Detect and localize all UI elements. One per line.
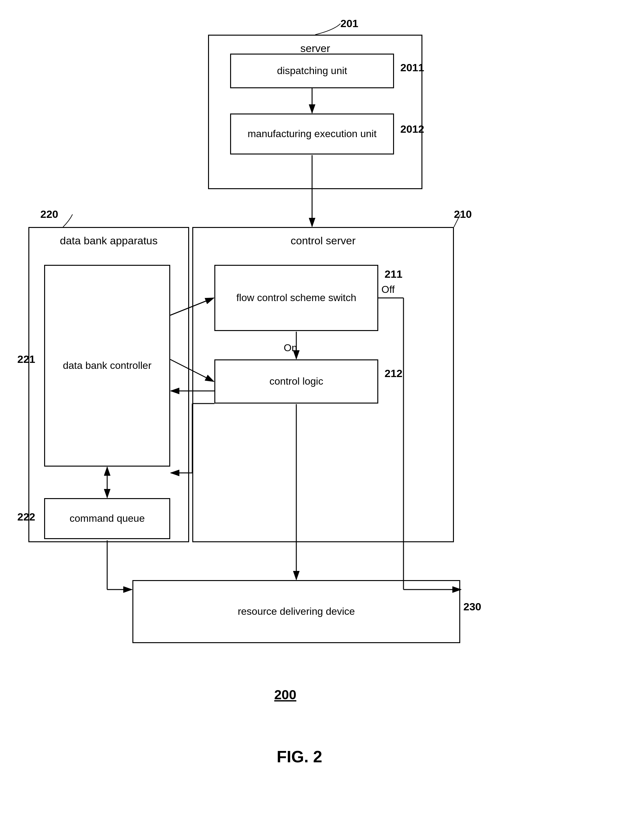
- command-queue-box: command queue: [44, 498, 170, 539]
- control-server-label: control server: [291, 234, 356, 247]
- ref-201: 201: [340, 17, 359, 30]
- ref-200: 200: [274, 687, 296, 702]
- flow-control-scheme-switch-label: flow control scheme switch: [236, 291, 357, 305]
- ref-222: 222: [17, 511, 35, 523]
- resource-delivering-device-box: resource delivering device: [132, 580, 460, 643]
- ref-2012: 2012: [400, 123, 424, 135]
- ref-210: 210: [454, 208, 472, 221]
- ref-211: 211: [385, 268, 403, 280]
- diagram-container: 201 server dispatching unit 2011 manufac…: [0, 0, 644, 820]
- ref-212: 212: [385, 367, 403, 380]
- ref-2011: 2011: [400, 61, 424, 74]
- data-bank-apparatus-label: data bank apparatus: [60, 234, 158, 247]
- off-label: Off: [382, 284, 395, 296]
- data-bank-controller-label: data bank controller: [63, 359, 151, 372]
- resource-delivering-device-label: resource delivering device: [238, 605, 355, 618]
- ref-220: 220: [40, 208, 58, 221]
- fig-label: FIG. 2: [236, 747, 362, 766]
- control-logic-box: control logic: [214, 359, 378, 403]
- manufacturing-execution-unit-label: manufacturing execution unit: [247, 127, 376, 141]
- control-logic-label: control logic: [270, 375, 324, 388]
- on-label: On: [284, 342, 297, 354]
- ref-230: 230: [463, 601, 481, 613]
- manufacturing-execution-unit-box: manufacturing execution unit: [230, 113, 394, 155]
- command-queue-label: command queue: [70, 512, 145, 525]
- data-bank-controller-box: data bank controller: [44, 265, 170, 467]
- server-label: server: [301, 41, 330, 55]
- ref-221: 221: [17, 353, 35, 365]
- dispatching-unit-label: dispatching unit: [277, 64, 347, 78]
- flow-control-scheme-switch-box: flow control scheme switch: [214, 265, 378, 331]
- dispatching-unit-box: dispatching unit: [230, 54, 394, 88]
